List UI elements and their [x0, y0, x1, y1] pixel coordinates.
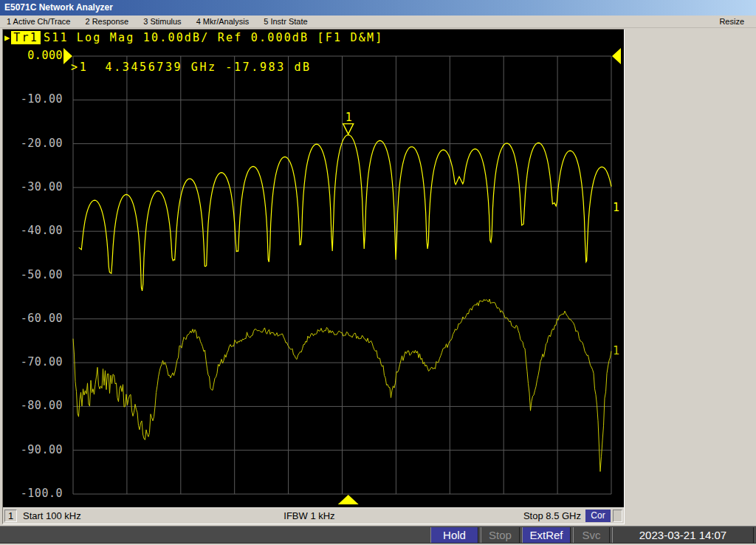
- active-trace-indicator-icon: ▶: [4, 32, 10, 43]
- memory-trace-number-label: 1: [613, 344, 619, 357]
- display-panel: 111 ▶Tr1S11 Log Mag 10.00dB/ Ref 0.000dB…: [2, 29, 625, 524]
- instrument-status-bar: Hold Stop ExtRef Svc 2023-03-21 14:07: [0, 526, 756, 544]
- y-axis-tick-label: -20.00: [7, 137, 63, 150]
- graph-canvas[interactable]: 111: [3, 30, 624, 524]
- y-axis-tick-label: -40.00: [7, 224, 63, 237]
- app-window: { "window": { "title": "E5071C Network A…: [0, 0, 756, 545]
- start-frequency-label: Start 100 kHz: [23, 509, 81, 524]
- marker-1-triangle-icon[interactable]: [343, 124, 354, 134]
- menu-item-mkr-analysis[interactable]: 4 Mkr/Analysis: [195, 16, 251, 28]
- y-axis-tick-label: -80.00: [7, 399, 63, 412]
- menu-item-response[interactable]: 2 Response: [83, 16, 130, 28]
- trace-id-badge: Tr1: [11, 31, 41, 44]
- trace-status-line[interactable]: ▶Tr1S11 Log Mag 10.00dB/ Ref 0.000dB [F1…: [4, 31, 383, 44]
- marker-1-number: 1: [346, 111, 352, 124]
- marker-readout: >1 4.3456739 GHz -17.983 dB: [71, 61, 312, 74]
- window-title: E5071C Network Analyzer: [4, 2, 113, 13]
- menu-item-active-ch-trace[interactable]: 1 Active Ch/Trace: [5, 16, 72, 28]
- ref-level-triangle-right-icon[interactable]: [612, 48, 621, 64]
- menu-bar: 1 Active Ch/Trace 2 Response 3 Stimulus …: [0, 16, 756, 28]
- data-trace: [79, 135, 611, 291]
- correction-status-badge: Cor: [585, 510, 611, 522]
- service-indicator: Svc: [573, 527, 610, 543]
- ext-ref-indicator: ExtRef: [522, 527, 571, 543]
- channel-number-box: 1: [4, 510, 17, 522]
- y-axis-tick-label: -10.00: [7, 92, 63, 106]
- y-axis-tick-label: -60.00: [7, 312, 63, 325]
- y-axis-tick-label: -70.00: [7, 355, 63, 369]
- y-axis-tick-label: 0.000: [7, 49, 63, 62]
- marker-stimulus-triangle-icon[interactable]: [338, 495, 359, 504]
- status-spacer-box: [613, 510, 622, 522]
- channel-status-bar: 1 Start 100 kHz IFBW 1 kHz Stop 8.5 GHz …: [3, 507, 624, 524]
- resize-button[interactable]: Resize: [718, 16, 746, 28]
- stop-frequency-label: Stop 8.5 GHz: [523, 509, 581, 524]
- title-bar[interactable]: E5071C Network Analyzer: [0, 0, 756, 16]
- trigger-state-indicator: Hold: [430, 527, 478, 543]
- ifbw-label: IFBW 1 kHz: [284, 509, 334, 524]
- menu-item-stimulus[interactable]: 3 Stimulus: [142, 16, 182, 28]
- trace-format-text: S11 Log Mag 10.00dB/ Ref 0.000dB [F1 D&M…: [44, 31, 383, 44]
- data-trace-number-label: 1: [613, 201, 619, 214]
- y-axis-tick-label: -100.0: [7, 487, 63, 500]
- stop-indicator: Stop: [481, 527, 520, 543]
- y-axis-tick-label: -90.00: [7, 443, 63, 456]
- date-time-display: 2023-03-21 14:07: [612, 527, 754, 543]
- y-axis-tick-label: -30.00: [7, 180, 63, 193]
- menu-item-instr-state[interactable]: 5 Instr State: [262, 16, 309, 28]
- y-axis-tick-label: -50.00: [7, 268, 63, 281]
